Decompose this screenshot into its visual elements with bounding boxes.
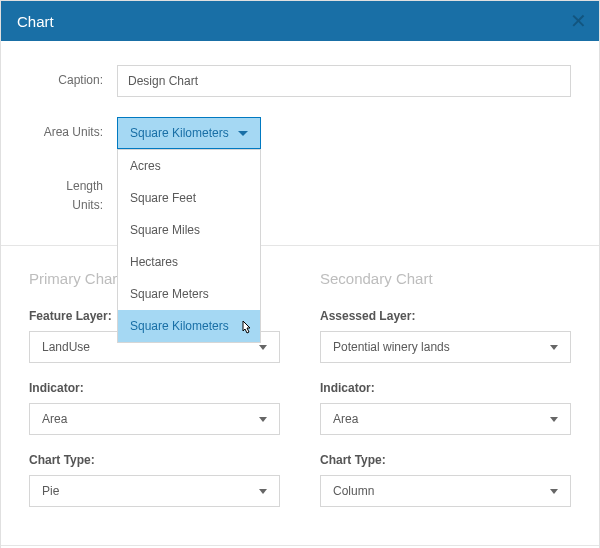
primary-type-group: Chart Type: Pie: [29, 453, 280, 507]
area-units-dropdown: Acres Square Feet Square Miles Hectares …: [117, 149, 261, 343]
caret-down-icon: [259, 489, 267, 494]
option-square-miles[interactable]: Square Miles: [118, 214, 260, 246]
length-label-line1: Length: [66, 179, 103, 193]
caption-input[interactable]: [117, 65, 571, 97]
chart-dialog: Chart ✕ Caption: Area Units: Square Kilo…: [0, 0, 600, 548]
primary-indicator-value: Area: [42, 412, 67, 426]
dialog-title: Chart: [17, 13, 54, 30]
primary-indicator-label: Indicator:: [29, 381, 280, 395]
assessed-layer-select[interactable]: Potential winery lands: [320, 331, 571, 363]
secondary-type-select[interactable]: Column: [320, 475, 571, 507]
secondary-chart-col: Secondary Chart Assessed Layer: Potentia…: [320, 270, 571, 525]
secondary-type-value: Column: [333, 484, 374, 498]
option-acres[interactable]: Acres: [118, 150, 260, 182]
charts-section: Primary Chart Feature Layer: LandUse Ind…: [1, 246, 599, 545]
secondary-indicator-select[interactable]: Area: [320, 403, 571, 435]
option-hectares[interactable]: Hectares: [118, 246, 260, 278]
option-square-kilometers-label: Square Kilometers: [130, 319, 229, 333]
secondary-type-label: Chart Type:: [320, 453, 571, 467]
caret-down-icon: [550, 417, 558, 422]
primary-type-label: Chart Type:: [29, 453, 280, 467]
assessed-layer-label: Assessed Layer:: [320, 309, 571, 323]
caption-row: Caption:: [29, 65, 571, 97]
primary-indicator-select[interactable]: Area: [29, 403, 280, 435]
assessed-layer-value: Potential winery lands: [333, 340, 450, 354]
primary-type-select[interactable]: Pie: [29, 475, 280, 507]
caret-down-icon: [550, 489, 558, 494]
length-label-line2: Units:: [72, 198, 103, 212]
area-units-value: Square Kilometers: [130, 126, 229, 140]
secondary-indicator-label: Indicator:: [320, 381, 571, 395]
titlebar: Chart ✕: [1, 1, 599, 41]
feature-layer-value: LandUse: [42, 340, 90, 354]
secondary-type-group: Chart Type: Column: [320, 453, 571, 507]
caret-down-icon: [550, 345, 558, 350]
pointer-cursor-icon: [238, 320, 254, 341]
area-units-label: Area Units:: [29, 117, 117, 139]
caret-down-icon: [259, 345, 267, 350]
secondary-indicator-group: Indicator: Area: [320, 381, 571, 435]
secondary-heading: Secondary Chart: [320, 270, 571, 287]
option-square-feet[interactable]: Square Feet: [118, 182, 260, 214]
caret-down-icon: [259, 417, 267, 422]
caret-down-icon: [238, 131, 248, 136]
dialog-body: Caption: Area Units: Square Kilometers A…: [1, 41, 599, 215]
area-units-select[interactable]: Square Kilometers Acres Square Feet Squa…: [117, 117, 261, 149]
area-units-display[interactable]: Square Kilometers: [117, 117, 261, 149]
length-units-row: Length Units:: [29, 169, 571, 215]
option-square-kilometers[interactable]: Square Kilometers: [118, 310, 260, 342]
primary-type-value: Pie: [42, 484, 59, 498]
caption-label: Caption:: [29, 65, 117, 87]
close-icon[interactable]: ✕: [570, 11, 587, 31]
primary-indicator-group: Indicator: Area: [29, 381, 280, 435]
length-units-label: Length Units:: [29, 169, 117, 215]
secondary-indicator-value: Area: [333, 412, 358, 426]
option-square-meters[interactable]: Square Meters: [118, 278, 260, 310]
area-units-row: Area Units: Square Kilometers Acres Squa…: [29, 117, 571, 149]
assessed-layer-group: Assessed Layer: Potential winery lands: [320, 309, 571, 363]
